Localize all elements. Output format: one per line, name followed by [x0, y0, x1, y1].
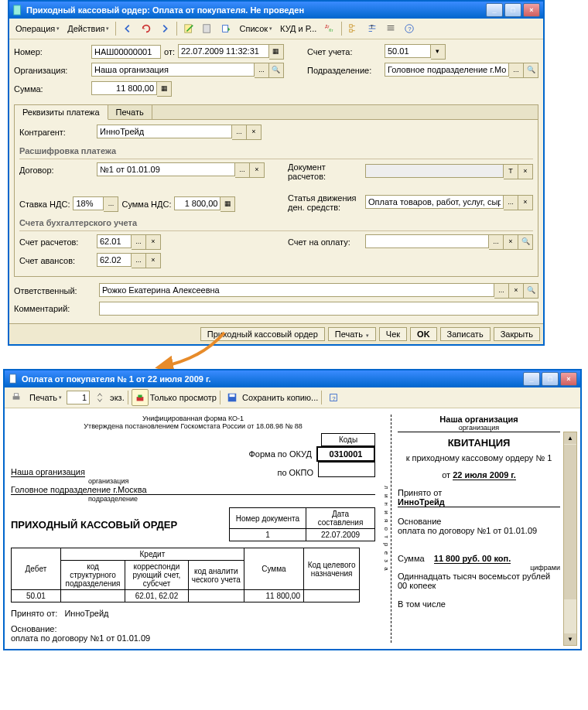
save-button[interactable]: Записать — [440, 327, 491, 341]
sum-cell: 11 800,00 — [244, 590, 303, 602]
select-button[interactable]: ... — [132, 234, 146, 250]
clear-button[interactable]: × — [509, 283, 524, 299]
ekz-label: экз. — [110, 393, 125, 402]
spinner-icon[interactable] — [91, 389, 108, 406]
help-icon[interactable]: ? — [325, 389, 342, 406]
responsible-input[interactable] — [99, 283, 494, 297]
select-button[interactable]: ... — [494, 283, 509, 299]
lookup-icon[interactable]: 🔍 — [269, 63, 284, 78]
r-basis: оплата по договору №1 от 01.01.09 — [398, 526, 560, 535]
contract-input[interactable] — [97, 162, 235, 176]
scroll-thumb[interactable] — [564, 445, 576, 599]
accepted-value: ИнноТрейд — [64, 609, 108, 618]
titlebar[interactable]: Оплата от покупателя № 1 от 22 июля 2009… — [5, 370, 580, 387]
tree-icon[interactable] — [345, 20, 362, 37]
sum-input[interactable] — [91, 81, 157, 95]
vatsum-input[interactable] — [174, 196, 220, 210]
dds-input[interactable] — [365, 195, 504, 209]
date-input[interactable] — [178, 44, 269, 58]
operation-menu[interactable]: Операция — [12, 22, 63, 35]
tab-requisites[interactable]: Реквизиты платежа — [15, 105, 108, 120]
ok-button[interactable]: OK — [410, 327, 437, 341]
tab-print[interactable]: Печать — [108, 105, 152, 119]
select-button[interactable]: ... — [255, 63, 269, 78]
lookup-icon[interactable]: 🔍 — [524, 283, 538, 299]
form-header2: Утверждена постановлением Госкомстата Ро… — [11, 422, 375, 430]
scroll-down-icon[interactable]: ▼ — [564, 633, 576, 645]
printer-icon[interactable] — [8, 389, 25, 406]
select-button[interactable]: ... — [235, 162, 250, 178]
maximize-button[interactable]: □ — [504, 3, 521, 17]
type-button[interactable]: T — [504, 164, 518, 179]
print-menu[interactable]: Печать — [26, 391, 65, 404]
clear-button[interactable]: × — [247, 125, 262, 140]
comment-input[interactable] — [99, 302, 538, 316]
contractor-input[interactable] — [97, 125, 232, 138]
prev-icon[interactable] — [119, 20, 136, 37]
titlebar[interactable]: Приходный кассовый ордер: Оплата от поку… — [9, 2, 543, 19]
number-input[interactable] — [91, 45, 161, 59]
help-icon[interactable]: ? — [401, 20, 418, 37]
svg-rect-6 — [350, 25, 353, 28]
next-icon[interactable] — [156, 20, 173, 37]
check-button[interactable]: Чек — [379, 327, 407, 341]
print-button[interactable]: Печать — [328, 327, 376, 341]
debit-cell: 50.01 — [12, 590, 61, 602]
acccalc-input[interactable] — [97, 234, 132, 248]
select-button[interactable]: ... — [232, 125, 247, 140]
accinv-input[interactable] — [365, 234, 489, 248]
scroll-up-icon[interactable]: ▲ — [564, 432, 576, 444]
list-button[interactable]: Список — [236, 22, 275, 35]
close-button[interactable]: × — [523, 3, 540, 17]
clear-button[interactable]: × — [146, 234, 161, 250]
refresh-icon[interactable] — [138, 20, 155, 37]
responsible-label: Ответственный: — [14, 286, 99, 295]
lookup-icon[interactable]: 🔍 — [524, 63, 538, 78]
minimize-button[interactable]: _ — [486, 3, 503, 17]
kud-button[interactable]: КУД и Р... — [277, 22, 320, 35]
r-sum-lbl: Сумма — [398, 554, 425, 563]
clear-button[interactable]: × — [518, 195, 533, 210]
clear-button[interactable]: × — [518, 164, 533, 179]
unpost-icon[interactable] — [199, 20, 216, 37]
select-button[interactable]: ... — [509, 63, 524, 78]
lookup-icon[interactable]: 🔍 — [518, 234, 533, 250]
select-button[interactable]: ... — [504, 195, 518, 210]
dept-input[interactable] — [385, 63, 509, 77]
section-accounting: Счета бухгалтерского учета — [19, 215, 533, 231]
dept-label: Подразделение: — [307, 66, 385, 75]
clear-button[interactable]: × — [250, 162, 265, 178]
account-input[interactable] — [385, 44, 431, 58]
lines-icon[interactable] — [382, 20, 399, 37]
vatrate-input[interactable] — [73, 196, 104, 210]
section-decode: Расшифровка платежа — [19, 143, 533, 159]
dropdown-icon[interactable]: ▾ — [431, 44, 446, 60]
copies-input[interactable] — [67, 391, 90, 404]
calc-icon[interactable]: ▦ — [157, 81, 172, 97]
calc-icon[interactable]: ▦ — [220, 196, 235, 212]
dtkr-icon[interactable]: ДтКт — [321, 20, 338, 37]
pko-button[interactable]: Приходный кассовый ордер — [200, 327, 325, 341]
clear-button[interactable]: × — [504, 234, 518, 250]
date-picker-icon[interactable]: ▦ — [269, 44, 284, 60]
actions-menu[interactable]: Действия — [64, 22, 112, 35]
maximize-button[interactable]: □ — [542, 372, 559, 386]
clear-button[interactable]: × — [146, 253, 161, 268]
readonly-icon[interactable] — [132, 389, 149, 406]
savecopy-label[interactable]: Сохранить копию... — [242, 393, 318, 402]
calcdoc-input[interactable] — [365, 164, 504, 178]
select-button[interactable]: ... — [132, 253, 146, 268]
close-button[interactable]: Закрыть — [494, 327, 540, 341]
save-icon[interactable] — [224, 389, 241, 406]
org-input[interactable] — [91, 63, 255, 77]
accadv-input[interactable] — [97, 253, 132, 267]
movements-icon[interactable] — [217, 20, 234, 37]
select-button[interactable]: ... — [104, 196, 118, 212]
post-icon[interactable] — [180, 20, 197, 37]
r-date: 22 июля 2009 г. — [453, 470, 516, 480]
text-icon[interactable]: T — [364, 20, 381, 37]
minimize-button[interactable]: _ — [523, 372, 540, 386]
scrollbar[interactable]: ▲ ▼ — [563, 432, 577, 646]
close-button[interactable]: × — [560, 372, 577, 386]
select-button[interactable]: ... — [489, 234, 504, 250]
